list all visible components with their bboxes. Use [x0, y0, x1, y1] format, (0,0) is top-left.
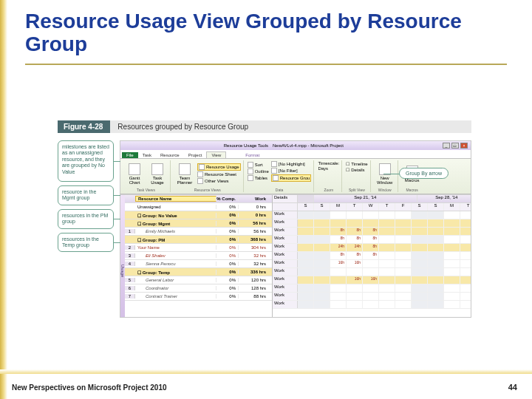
tp-cell [379, 228, 395, 235]
tp-cell [460, 284, 471, 292]
tp-cell [379, 211, 395, 219]
group-zoom: Timescale: Days Zoom [316, 160, 342, 192]
team-planner-button[interactable]: Team Planner [174, 161, 195, 186]
filter-value: [No Filter] [279, 168, 298, 173]
callout-pm: resources in the PM group [58, 209, 114, 229]
col-name-header[interactable]: Resource Name [135, 196, 216, 202]
sheet-left-grid: Resource Name % Comp. Work Unassigned 0%… [125, 195, 273, 317]
filter-dropdown[interactable]: [No Filter] [271, 168, 312, 174]
day-m: M [330, 203, 347, 211]
new-window-label: New Window [375, 176, 395, 185]
group-by-dropdown[interactable]: Resource Grou [271, 174, 312, 182]
timescale-dropdown[interactable]: Days [318, 166, 339, 171]
week-2-header: Sep 28, '14 [417, 195, 471, 202]
ribbon-tabstrip: File Task Resource Project View Format [120, 150, 471, 159]
tp-cell [298, 268, 314, 276]
tp-cell [314, 228, 330, 235]
sort-button[interactable]: Sort [248, 162, 269, 168]
tp-cell [298, 301, 314, 308]
tab-task[interactable]: Task [138, 152, 156, 158]
tp-cell [363, 293, 379, 300]
details-checkbox[interactable]: ☐Details [346, 167, 367, 172]
tab-file[interactable]: File [122, 152, 138, 158]
tp-cell [363, 268, 379, 276]
timeline-checkbox[interactable]: ☐Timeline [346, 161, 367, 166]
tp-cell [444, 252, 460, 259]
group-by-value: Resource Grou [280, 176, 310, 180]
tp-cell [444, 211, 460, 219]
task-usage-button[interactable]: Task Usage [147, 161, 168, 186]
tp-cell [412, 276, 428, 284]
row-unassigned[interactable]: Unassigned 0% 0 hrs [125, 203, 272, 211]
tab-view[interactable]: View [206, 151, 226, 158]
resource-usage-sheet: Resource Name % Comp. Work Unassigned 0%… [125, 195, 471, 317]
tp-row-emily: Work8h8h8h [273, 236, 471, 244]
row-group-mgmt[interactable]: ☐ Group: Mgmt 0% 56 hrs [125, 219, 272, 228]
row-contract-trainer[interactable]: 7 Contract Trainer 0% 88 hrs [125, 293, 272, 301]
tp-cell [428, 276, 444, 284]
row-group-novalue[interactable]: ☐ Group: No Value 0% 0 hrs [125, 211, 272, 219]
tab-format[interactable]: Format [241, 152, 264, 158]
tp-cell [298, 293, 314, 300]
row-yourname[interactable]: 2 Your Name 0% 304 hrs [125, 244, 272, 252]
cell-id: 1 [125, 229, 135, 233]
resource-sheet-button[interactable]: Resource Sheet [197, 171, 241, 177]
tp-cell [314, 252, 330, 259]
tp-cell: 8h [363, 252, 379, 259]
tp-cell [363, 219, 379, 227]
col-pct-header[interactable]: % Comp. [216, 197, 239, 201]
tables-button[interactable]: Tables [248, 175, 269, 181]
tp-cell: 24h [330, 244, 347, 251]
tab-project[interactable]: Project [184, 152, 207, 158]
tp-cell: 8h [330, 252, 347, 259]
tp-cell [395, 268, 412, 276]
gantt-chart-button[interactable]: Gantt Chart [124, 161, 145, 186]
tp-cell [298, 284, 314, 292]
tp-cell [379, 219, 395, 227]
outline-button[interactable]: Outline [248, 168, 269, 174]
cell-id: 7 [125, 294, 135, 299]
cell-name: Contract Trainer [135, 294, 216, 299]
gantt-chart-icon [129, 163, 140, 175]
resource-usage-button[interactable]: Resource Usage [197, 163, 241, 171]
maximize-button[interactable]: ▭ [451, 143, 459, 149]
cell-id: 4 [125, 262, 135, 266]
tp-cell: 8h [363, 244, 379, 251]
close-button[interactable]: × [460, 143, 468, 149]
tp-cell [460, 260, 471, 267]
row-emily[interactable]: 1 Emily Michaels 0% 56 hrs [125, 228, 272, 236]
row-coordinator[interactable]: 6 Coordinator 0% 128 hrs [125, 284, 272, 293]
slide-bottom-accent [0, 369, 532, 374]
details-col-header[interactable]: Details [273, 195, 298, 202]
figure-caption: Resources grouped by Resource Group [110, 120, 471, 133]
tab-resource[interactable]: Resource [156, 152, 184, 158]
row-group-pm[interactable]: ☐ Group: PM 0% 368 hrs [125, 236, 272, 244]
highlight-dropdown[interactable]: [No Highlight] [271, 161, 312, 167]
tp-cell [314, 284, 330, 292]
row-eli[interactable]: 3 Eli Shalev 0% 32 hrs [125, 252, 272, 260]
cell-name: ☐ Group: Temp [135, 270, 216, 275]
tp-cell [428, 301, 444, 308]
tp-row-group-novalue: Work [273, 219, 471, 228]
other-views-button[interactable]: Other Views [197, 178, 241, 184]
cell-name: Eli Shalev [135, 253, 216, 258]
minimize-button[interactable]: _ [443, 143, 450, 149]
day-f: F [395, 203, 412, 211]
tp-cell [347, 219, 363, 227]
highlight-icon [271, 161, 277, 167]
row-group-temp[interactable]: ☐ Group: Temp 0% 336 hrs [125, 268, 272, 276]
slide-footer: New Perspectives on Microsoft Project 20… [12, 383, 167, 392]
cell-work: 120 hrs [239, 278, 268, 282]
row-sienna[interactable]: 4 Sienna Pелоси 0% 32 hrs [125, 260, 272, 268]
resource-sheet-label: Resource Sheet [205, 172, 236, 177]
col-work-header[interactable]: Work [239, 197, 268, 201]
tp-cell [395, 260, 412, 267]
tp-cell: 8h [347, 228, 363, 235]
callout-mgmt: resource in the Mgmt group [58, 185, 114, 205]
row-general-labor[interactable]: 5 General Labor 0% 120 hrs [125, 276, 272, 284]
tp-cell [330, 219, 347, 227]
tp-cell [314, 211, 330, 219]
detail-label: Work [273, 236, 298, 243]
tp-cell [395, 211, 412, 219]
tp-cell [460, 268, 471, 276]
